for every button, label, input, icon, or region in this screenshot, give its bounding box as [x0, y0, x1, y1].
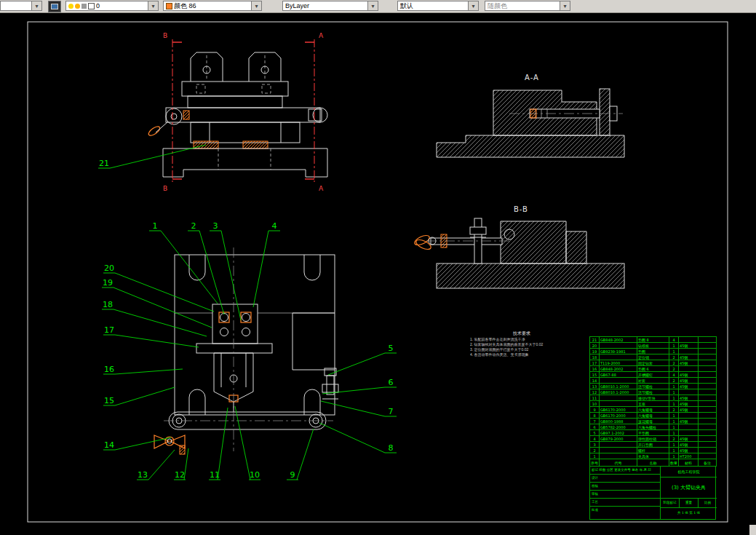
layer-combo[interactable]: 0 ▾ [65, 1, 159, 11]
bom-cell: 滚花螺母 [637, 419, 669, 424]
bom-cell: 活节螺栓 [637, 384, 669, 389]
callout-9: 9 [290, 470, 295, 480]
bb-label: B-B [514, 205, 528, 213]
tb-row-design: 设计 [590, 475, 660, 483]
bom-cell: 14 [590, 378, 600, 384]
dropdown-arrow-icon[interactable]: ▾ [251, 1, 261, 10]
bom-cell: 弹性圆柱销 [637, 436, 669, 442]
tb-row-review: 审核 [590, 491, 660, 499]
bom-cell [699, 366, 717, 372]
bom-cell: 开口垫圈 [637, 442, 669, 448]
lineweight-combo-value: 默认 [400, 1, 413, 11]
bom-cell: GB8010.1-2000 [600, 389, 637, 395]
bom-cell [679, 349, 699, 354]
bom-cell: 13 [590, 384, 600, 389]
lineweight-combo[interactable]: 默认 ▾ [397, 1, 479, 11]
bom-cell: 定位销 [637, 354, 669, 360]
bom-cell: 2 [669, 436, 679, 442]
bom-cell: 移动V形块 [637, 395, 669, 401]
plan-view [154, 247, 338, 454]
color-combo[interactable]: 颜色 86 ▾ [163, 1, 262, 11]
dropdown-arrow-icon[interactable]: ▾ [560, 1, 570, 10]
callout-4: 4 [272, 221, 277, 231]
bom-cell: 1 [669, 349, 679, 354]
bom-cell: 9 [590, 407, 600, 413]
bom-table: 21GB848-2002垫圈 8420钻模板145钢19GB9239-1981垫… [589, 336, 717, 467]
bom-cell [600, 401, 637, 407]
bom-cell: 20 [590, 343, 600, 349]
bom-cell: 45钢 [679, 419, 699, 424]
bom-row: 9GB6170-2000六角螺母245钢 [590, 407, 717, 413]
title-block: 标记 处数 分区 更改文件号 签名 年.月.日 设计 校核 审核 工艺 批准 机… [589, 466, 716, 520]
note-line: 4. 各活动零件动作灵活、无卡滞现象 [470, 352, 573, 357]
tech-notes: 技术要求 1. 装配前各零件去毛刺并清洗干净2. 钻套轴线对夹具体底面的垂直度不… [470, 331, 573, 357]
notes-lines: 1. 装配前各零件去毛刺并清洗干净2. 钻套轴线对夹具体底面的垂直度不大于0.0… [470, 337, 573, 357]
callout-2: 2 [191, 221, 196, 231]
bom-cell: 4 [669, 337, 679, 343]
linetype-combo[interactable]: ByLayer ▾ [282, 1, 378, 11]
title-block-left: 标记 处数 分区 更改文件号 签名 年.月.日 设计 校核 审核 工艺 批准 [590, 467, 661, 519]
bom-cell: 1 [669, 389, 679, 395]
bom-cell: 2 [669, 354, 679, 360]
bom-cell: 六角头螺栓 [637, 424, 669, 430]
bom-cell: GB848-2002 [600, 337, 637, 343]
bom-row: 3开口垫圈145钢 [590, 442, 717, 448]
bom-cell [699, 395, 717, 401]
bom-cell: 1 [590, 453, 600, 459]
section-view-bb: B-B [413, 205, 624, 288]
bom-row: 15GB67-88开槽螺钉445钢 [590, 372, 717, 378]
bom-cell: GB97.1-2002 [600, 430, 637, 436]
bom-cell: 开槽螺钉 [637, 372, 669, 378]
bom-cell: 45钢 [679, 354, 699, 360]
bom-row: 10支座145钢 [590, 401, 717, 407]
bom-cell: 4 [590, 436, 600, 442]
bom-cell: HT200 [679, 453, 699, 459]
callout-1: 1 [153, 221, 158, 231]
bom-cell: 45钢 [679, 360, 699, 366]
bom-header-cell: 序号 [590, 459, 600, 467]
plotstyle-combo-value: 随颜色 [488, 1, 507, 11]
linetype-combo-value: ByLayer [285, 2, 309, 9]
callout-19: 19 [103, 278, 113, 288]
dropdown-arrow-icon[interactable]: ▾ [148, 1, 158, 10]
callout-10: 10 [250, 470, 260, 480]
bom-cell: 18 [590, 354, 600, 360]
bom-cell: 6 [590, 424, 600, 430]
plotstyle-combo[interactable]: 随颜色 ▾ [485, 1, 570, 11]
dropdown-arrow-icon[interactable]: ▾ [468, 1, 478, 10]
bom-row: 19GB9239-1981垫圈1 [590, 349, 717, 354]
bom-cell: GB8010.1-2000 [600, 384, 637, 389]
bom-cell: 45钢 [679, 442, 699, 448]
toolbar-stub-combo[interactable]: ▾ [0, 1, 42, 11]
title-block-right: 机电工程学院 (3) 大臂钻夹具 阶段标记 重量 比例 共 1 张 第 1 张 [661, 467, 717, 519]
bom-cell: 1 [669, 442, 679, 448]
bom-cell: T119-2000 [600, 360, 637, 366]
bom-header-cell: 备注 [699, 459, 717, 467]
drawing-canvas[interactable]: B B A A A-A [0, 0, 756, 535]
callout-14: 14 [104, 440, 114, 450]
bom-row: 4GB879-2000弹性圆柱销245钢 [590, 436, 717, 442]
front-view [147, 52, 327, 177]
bom-cell [679, 430, 699, 436]
callout-16: 16 [104, 365, 114, 374]
layer-properties-button[interactable] [48, 1, 61, 12]
bom-cell: GB6170-2000 [600, 407, 637, 413]
bom-cell: 2 [669, 366, 679, 372]
bom-cell: GB67-88 [600, 372, 637, 378]
bom-cell [679, 413, 699, 419]
color-combo-value: 颜色 86 [174, 1, 196, 11]
bom-row: 20钻模板145钢 [590, 343, 717, 349]
bom-cell: 2 [590, 448, 600, 453]
bom-cell [600, 448, 637, 453]
bom-cell: 1 [669, 413, 679, 419]
bom-cell: 4 [669, 372, 679, 378]
bom-cell: 六角螺母 [637, 407, 669, 413]
bom-cell: 1 [669, 384, 679, 389]
bom-cell [699, 436, 717, 442]
bom-row: 1夹具体1HT200 [590, 453, 717, 459]
dropdown-arrow-icon[interactable]: ▾ [31, 1, 41, 10]
callout-8: 8 [389, 443, 394, 453]
aa-label: A-A [525, 74, 539, 82]
dropdown-arrow-icon[interactable]: ▾ [367, 1, 378, 10]
tb-row-marks: 标记 处数 分区 更改文件号 签名 年.月.日 [590, 467, 660, 475]
